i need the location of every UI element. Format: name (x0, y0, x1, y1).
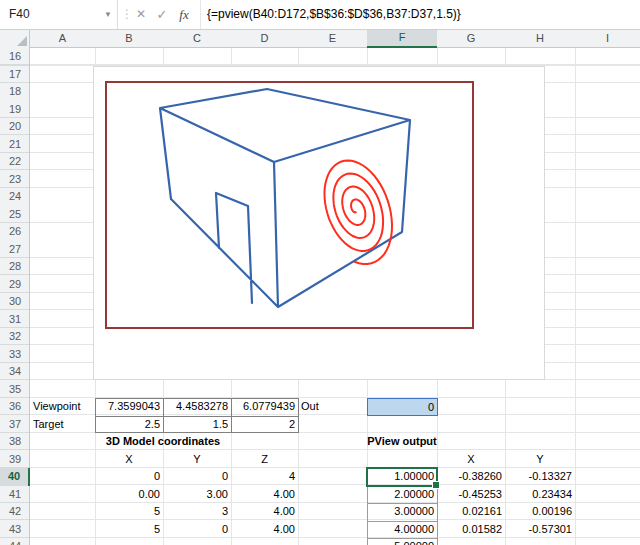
enter-icon[interactable]: ✓ (152, 0, 172, 29)
row-header-37[interactable]: 37 (0, 416, 30, 434)
cell-C42[interactable]: 3 (163, 503, 231, 521)
formula-input[interactable]: {=pview(B40:D172,$B$36:$D$36,B37:D37,1.5… (200, 0, 640, 29)
row-header-17[interactable]: 17 (0, 66, 30, 84)
row-header-44[interactable]: 44 (0, 538, 30, 545)
column-header-C[interactable]: C (163, 30, 231, 48)
row-header-20[interactable]: 20 (0, 118, 30, 136)
cell-G39[interactable]: X (437, 451, 505, 469)
row-header-35[interactable]: 35 (0, 381, 30, 399)
cell-F44[interactable]: 5.00000 (367, 538, 437, 545)
spiral-path (325, 161, 393, 265)
cell-B37[interactable]: 2.5 (95, 416, 163, 434)
cell-G40[interactable]: -0.38260 (437, 468, 505, 486)
cell-G43[interactable]: 0.01582 (437, 521, 505, 539)
cell-C36[interactable]: 4.4583278 (163, 398, 231, 416)
cell-C37[interactable]: 1.5 (163, 416, 231, 434)
name-box-dropdown-icon[interactable]: ▼ (104, 0, 112, 29)
cell-H42[interactable]: 0.00196 (505, 503, 575, 521)
cell-D39[interactable]: Z (231, 451, 298, 469)
select-all-corner[interactable] (0, 30, 30, 48)
cancel-icon[interactable]: ✕ (131, 0, 151, 29)
cell-B36[interactable]: 7.3599043 (95, 398, 163, 416)
row-header-38[interactable]: 38 (0, 433, 30, 451)
row-header-41[interactable]: 41 (0, 486, 30, 504)
row-header-33[interactable]: 33 (0, 346, 30, 364)
row-header-31[interactable]: 31 (0, 311, 30, 329)
row-header-26[interactable]: 26 (0, 223, 30, 241)
cell-D41[interactable]: 4.00 (231, 486, 298, 504)
fill-handle[interactable] (432, 481, 440, 489)
cell-B43[interactable]: 5 (95, 521, 163, 539)
cell-E36[interactable]: Out (298, 398, 367, 416)
column-header-A[interactable]: A (30, 30, 95, 48)
row-header-18[interactable]: 18 (0, 83, 30, 101)
cell-G42[interactable]: 0.02161 (437, 503, 505, 521)
column-header-I[interactable]: I (575, 30, 640, 48)
row-header-42[interactable]: 42 (0, 503, 30, 521)
name-box[interactable]: F40 ▼ (0, 0, 118, 29)
cell-H39[interactable]: Y (505, 451, 575, 469)
row-header-24[interactable]: 24 (0, 188, 30, 206)
row-header-19[interactable]: 19 (0, 101, 30, 119)
row-header-32[interactable]: 32 (0, 328, 30, 346)
cell-B39[interactable]: X (95, 451, 163, 469)
selected-cell-outline (366, 467, 438, 487)
cell-F38-section-title[interactable]: PView output (357, 433, 447, 451)
cell-H41[interactable]: 0.23434 (505, 486, 575, 504)
gridline-v (575, 48, 576, 545)
cell-D37[interactable]: 2 (231, 416, 298, 434)
cell-A37[interactable]: Target (30, 416, 95, 434)
row-header-25[interactable]: 25 (0, 206, 30, 224)
row-header-30[interactable]: 30 (0, 293, 30, 311)
row-header-29[interactable]: 29 (0, 276, 30, 294)
name-box-value: F40 (9, 0, 30, 29)
row-header-27[interactable]: 27 (0, 241, 30, 259)
row-header-34[interactable]: 34 (0, 363, 30, 381)
cell-H43[interactable]: -0.57301 (505, 521, 575, 539)
chart-object[interactable] (93, 66, 545, 380)
cell-D42[interactable]: 4.00 (231, 503, 298, 521)
cell-C43[interactable]: 0 (163, 521, 231, 539)
cell-B40[interactable]: 0 (95, 468, 163, 486)
cell-D40[interactable]: 4 (231, 468, 298, 486)
cell-D36[interactable]: 6.0779439 (231, 398, 298, 416)
row-header-43[interactable]: 43 (0, 521, 30, 539)
column-header-B[interactable]: B (95, 30, 163, 48)
row-header-21[interactable]: 21 (0, 136, 30, 154)
row-header-39[interactable]: 39 (0, 451, 30, 469)
cell-C39[interactable]: Y (163, 451, 231, 469)
cell-G41[interactable]: -0.45253 (437, 486, 505, 504)
row-header-23[interactable]: 23 (0, 171, 30, 189)
cell-D43[interactable]: 4.00 (231, 521, 298, 539)
cell-C41[interactable]: 3.00 (163, 486, 231, 504)
cell-F42[interactable]: 3.00000 (367, 503, 437, 521)
column-header-H[interactable]: H (505, 30, 575, 48)
column-header-G[interactable]: G (437, 30, 505, 48)
row-header-16[interactable]: 16 (0, 48, 30, 66)
cell-A36[interactable]: Viewpoint (30, 398, 95, 416)
column-header-D[interactable]: D (231, 30, 298, 48)
row-header-40[interactable]: 40 (0, 468, 30, 486)
chart-canvas (94, 67, 544, 379)
column-header-E[interactable]: E (298, 30, 367, 48)
cell-B41[interactable]: 0.00 (95, 486, 163, 504)
cell-H40[interactable]: -0.13327 (505, 468, 575, 486)
cell-B38-section-title[interactable]: 3D Model coordinates (95, 433, 231, 451)
worksheet: A B C D E F G H I 16 17 18 19 20 21 22 2… (0, 30, 640, 545)
formula-bar: F40 ▼ ⋮ ✕ ✓ fx {=pview(B40:D172,$B$36:$D… (0, 0, 640, 30)
row-header-22[interactable]: 22 (0, 153, 30, 171)
cell-C40[interactable]: 0 (163, 468, 231, 486)
select-all-triangle-icon (17, 36, 27, 46)
cell-B42[interactable]: 5 (95, 503, 163, 521)
row-header-36[interactable]: 36 (0, 398, 30, 416)
cell-F41[interactable]: 2.00000 (367, 486, 437, 504)
cell-F43[interactable]: 4.00000 (367, 521, 437, 539)
row-header-28[interactable]: 28 (0, 258, 30, 276)
wireframe-box-lines (160, 89, 410, 307)
insert-function-icon[interactable]: fx (174, 0, 194, 29)
column-header-F[interactable]: F (367, 30, 437, 48)
cell-F36-out[interactable]: 0 (367, 398, 438, 416)
